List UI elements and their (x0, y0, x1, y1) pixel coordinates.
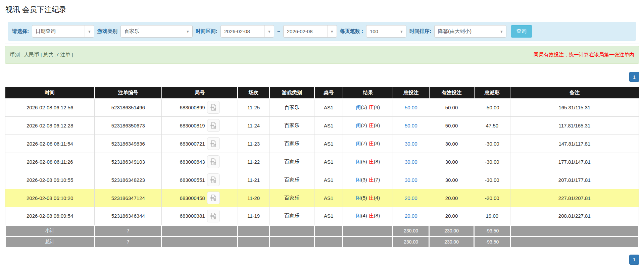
pagination-top: 1 (5, 72, 639, 82)
cell-table-no: AS1 (314, 189, 343, 207)
cell-remark: 147.81/117.81 (510, 135, 639, 153)
banker-result-label: 庄 (369, 177, 374, 182)
player-result-label: 闲 (356, 141, 361, 146)
video-replay-button[interactable] (207, 137, 220, 150)
total-bet-link[interactable]: 30.00 (405, 141, 417, 147)
total-bet-link[interactable]: 20.00 (405, 195, 417, 201)
summary-bar: 币别 : 人民币 | 总共 :7 注单 | 同局有效投注，统一计算在该局第一张注… (5, 46, 639, 64)
cell-bet-id: 523186349836 (95, 135, 162, 153)
video-replay-button[interactable] (207, 192, 220, 204)
subtotal-valid-bet: 230.00 (429, 225, 474, 236)
records-table-wrap: 时间 注单编号 局号 场次 游戏类别 桌号 结果 总投注 有效投注 总派彩 备注… (5, 87, 639, 248)
sort-order-value: 降冪(由大到小) (435, 28, 475, 35)
cell-valid-bet: 20.00 (429, 207, 474, 225)
cell-game-type: 百家乐 (269, 207, 314, 225)
cell-table-no: AS1 (314, 207, 343, 225)
col-header-valid-bet: 有效投注 (429, 87, 474, 98)
banker-result-label: 庄 (369, 141, 374, 146)
pagination-bottom: 1 (5, 255, 639, 265)
game-type-select[interactable]: 百家乐 ▼ (120, 25, 193, 38)
search-button[interactable]: 查询 (511, 25, 532, 38)
cell-game-type: 百家乐 (269, 153, 314, 171)
round-number: 683000721 (180, 141, 205, 147)
cell-round: 683000643 (162, 153, 238, 171)
cell-result: 闲(5)庄(8) (343, 153, 393, 171)
date-to-value: 2026-02-08 (284, 29, 316, 34)
game-type-label: 游戏类别 (97, 28, 117, 35)
cell-session: 11-25 (238, 98, 269, 116)
chevron-down-icon: ▼ (85, 25, 94, 37)
cell-remark: 207.81/177.81 (510, 171, 639, 189)
total-bet-link[interactable]: 20.00 (405, 213, 417, 219)
player-result-score: (4) (361, 213, 367, 218)
table-row: 2026-02-08 06:09:54 523186346344 6830003… (5, 207, 639, 225)
cell-bet-id: 523186348223 (95, 171, 162, 189)
date-range-tilde: ~ (277, 29, 280, 34)
col-header-remark: 备注 (510, 87, 639, 98)
player-result-label: 闲 (356, 213, 361, 218)
cell-result: 闲(3)庄(7) (343, 171, 393, 189)
total-bet-link[interactable]: 50.00 (405, 105, 417, 110)
total-bet-link[interactable]: 30.00 (405, 177, 417, 183)
cell-result: 闲(2)庄(8) (343, 116, 393, 135)
records-table: 时间 注单编号 局号 场次 游戏类别 桌号 结果 总投注 有效投注 总派彩 备注… (5, 87, 639, 248)
cell-valid-bet: 30.00 (429, 135, 474, 153)
banker-result-score: (8) (374, 159, 380, 164)
cell-remark: 177.81/147.81 (510, 153, 639, 171)
table-header-row: 时间 注单编号 局号 场次 游戏类别 桌号 结果 总投注 有效投注 总派彩 备注 (5, 87, 639, 98)
time-range-label: 时间区间: (196, 28, 217, 35)
choice-label: 请选择: (12, 28, 29, 35)
cell-remark: 208.81/227.81 (510, 207, 639, 225)
betting-records-page: 视讯 会员下注纪录 请选择: 日期查询 ▼ 游戏类别 百家乐 ▼ 时间区间: 2… (0, 0, 644, 265)
page-1-button[interactable]: 1 (629, 255, 639, 265)
cell-bet-id: 523186349103 (95, 153, 162, 171)
cell-valid-bet: 50.00 (429, 116, 474, 135)
total-bet-link[interactable]: 30.00 (405, 159, 417, 165)
page-size-value: 100 (366, 29, 382, 34)
cell-game-type: 百家乐 (269, 171, 314, 189)
cell-session: 11-19 (238, 207, 269, 225)
banker-result-label: 庄 (369, 104, 374, 110)
grand-total-payout: -93.50 (474, 236, 510, 247)
date-from-select[interactable]: 2026-02-08 ▼ (220, 25, 274, 38)
cell-table-no: AS1 (314, 116, 343, 135)
query-type-select[interactable]: 日期查询 ▼ (32, 25, 94, 38)
chevron-down-icon: ▼ (183, 25, 192, 37)
table-row: 2026-02-08 06:10:55 523186348223 6830005… (5, 171, 639, 189)
table-body: 2026-02-08 06:12:56 523186351496 6830008… (5, 98, 639, 225)
video-replay-button[interactable] (207, 173, 220, 186)
date-from-value: 2026-02-08 (221, 29, 253, 34)
chevron-down-icon: ▼ (327, 25, 337, 37)
col-header-round: 局号 (162, 87, 238, 98)
date-to-select[interactable]: 2026-02-08 ▼ (283, 25, 337, 38)
grand-total-total-bet: 230.00 (393, 236, 429, 247)
sort-order-select[interactable]: 降冪(由大到小) ▼ (434, 25, 506, 38)
total-bet-link[interactable]: 50.00 (405, 123, 417, 128)
table-row: 2026-02-08 06:11:54 523186349836 6830007… (5, 135, 639, 153)
game-type-value: 百家乐 (121, 28, 143, 35)
video-replay-button[interactable] (207, 119, 220, 132)
video-replay-button[interactable] (207, 101, 220, 114)
player-result-label: 闲 (356, 122, 361, 128)
video-file-icon (210, 158, 217, 165)
cell-session: 11-20 (238, 189, 269, 207)
video-file-icon (210, 104, 217, 111)
col-header-total-bet: 总投注 (393, 87, 429, 98)
col-header-time: 时间 (5, 87, 95, 98)
cell-bet-id: 523186350673 (95, 116, 162, 135)
col-header-payout: 总派彩 (474, 87, 510, 98)
video-replay-button[interactable] (207, 210, 220, 222)
round-number: 683000819 (180, 123, 205, 128)
round-number: 683000643 (180, 159, 205, 165)
round-number: 683000899 (180, 105, 205, 110)
banker-result-score: (4) (374, 104, 380, 110)
round-number: 683000458 (180, 195, 205, 201)
col-header-result: 结果 (343, 87, 393, 98)
query-type-value: 日期查询 (32, 28, 59, 35)
video-file-icon (210, 176, 217, 183)
video-replay-button[interactable] (207, 155, 220, 168)
page-1-button[interactable]: 1 (629, 72, 639, 82)
player-result-label: 闲 (356, 195, 361, 201)
page-size-select[interactable]: 100 ▼ (366, 25, 406, 38)
cell-time: 2026-02-08 06:12:28 (5, 116, 95, 135)
